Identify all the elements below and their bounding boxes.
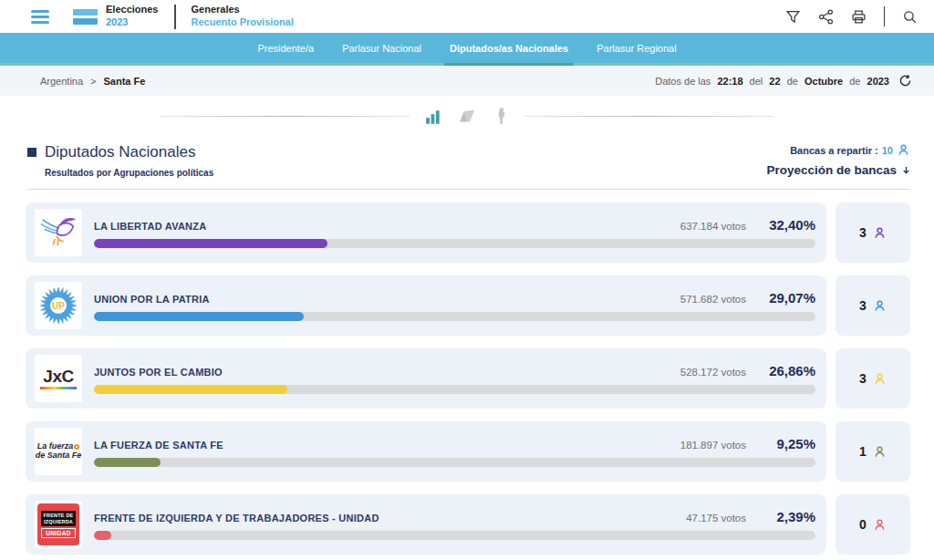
party-name: LA LIBERTAD AVANZA (94, 221, 206, 232)
vote-bar-fill (94, 531, 111, 540)
vote-bar-track (94, 458, 815, 467)
tab-parlasur-regional[interactable]: Parlasur Regional (595, 33, 678, 63)
refresh-icon[interactable] (898, 74, 912, 88)
party-percent: 2,39% (746, 509, 815, 524)
vote-bar-track (94, 531, 815, 540)
seat-count: 3 (859, 225, 867, 240)
party-name: LA FUERZA DE SANTA FE (94, 440, 223, 451)
party-card-la-fuerza-de-santa-fe[interactable]: La fuerza de Santa Fe LA FUERZA DE SANTA… (26, 421, 826, 482)
svg-text:UP: UP (52, 301, 65, 311)
party-percent: 29,07% (746, 290, 815, 306)
header-divider (174, 5, 176, 29)
seat-card: 1 (835, 421, 910, 482)
brand-title: Elecciones 2023 (106, 4, 158, 29)
breadcrumb-country[interactable]: Argentina (40, 76, 83, 87)
party-name: UNION POR LA PATRIA (94, 294, 210, 305)
search-icon[interactable] (902, 9, 918, 25)
party-row: JxC JUNTOS POR EL CAMBIO 528.172 votos 2… (26, 348, 910, 409)
party-percent: 9,25% (746, 436, 815, 451)
party-card-frente-de-izquierda[interactable]: FRENTE DE IZQUIERDA UNIDAD FRENTE DE IZQ… (26, 494, 826, 555)
bancas-label: Bancas a repartir : (790, 145, 878, 156)
view-switcher (0, 96, 934, 136)
person-icon (897, 143, 910, 157)
share-icon[interactable] (818, 9, 834, 25)
seat-card: 0 (835, 494, 910, 555)
breadcrumb: Argentina > Santa Fe (40, 76, 145, 87)
data-timestamp: Datos de las 22:18 del 22 de Octubre de … (655, 74, 912, 88)
seat-count: 3 (859, 298, 867, 313)
switcher-line-left (161, 116, 410, 117)
bar-chart-icon[interactable] (423, 107, 443, 125)
party-name: JUNTOS POR EL CAMBIO (94, 367, 223, 378)
jxc-logo-icon: JxC (40, 368, 77, 389)
party-row: FRENTE DE IZQUIERDA UNIDAD FRENTE DE IZQ… (26, 494, 910, 555)
map-icon[interactable] (457, 107, 477, 125)
party-logo: FRENTE DE IZQUIERDA UNIDAD (35, 501, 82, 548)
orange-dot-icon (74, 444, 79, 450)
header-icons-divider (884, 6, 885, 26)
party-votes: 571.682 votos (680, 294, 746, 305)
tab-parlasur-nacional[interactable]: Parlasur Nacional (340, 33, 423, 63)
la-fuerza-logo-icon: La fuerza de Santa Fe (36, 442, 82, 461)
timestamp-time: 22:18 (717, 76, 742, 87)
party-card-union-por-la-patria[interactable]: UP UNION POR LA PATRIA 571.682 votos 29,… (26, 275, 826, 336)
party-logo (35, 209, 82, 256)
results-list: LA LIBERTAD AVANZA 637.184 votos 32,40% … (0, 190, 934, 555)
person-icon (873, 372, 887, 386)
party-row: LA LIBERTAD AVANZA 637.184 votos 32,40% … (26, 202, 910, 263)
tab-diputados-nacionales[interactable]: Diputados/as Nacionales (448, 33, 570, 63)
vote-bar-track (94, 312, 815, 321)
party-percent: 26,86% (746, 363, 815, 379)
vote-bar-fill (94, 312, 304, 321)
brand-line2: 2023 (106, 16, 158, 29)
app-logo (73, 9, 98, 25)
election-title: Generales Recuento Provisional (191, 4, 293, 29)
party-card-la-libertad-avanza[interactable]: LA LIBERTAD AVANZA 637.184 votos 32,40% (26, 202, 826, 263)
bancas-a-repartir: Bancas a repartir : 10 (766, 143, 910, 157)
print-icon[interactable] (851, 9, 867, 25)
page-title: Diputados Nacionales (27, 143, 213, 161)
vote-bar-fill (94, 385, 287, 394)
person-icon (873, 445, 887, 459)
tab-presidente[interactable]: Presidente/a (255, 33, 316, 63)
app-header: Elecciones 2023 Generales Recuento Provi… (0, 0, 934, 33)
vote-bar-fill (94, 239, 327, 248)
party-row: UP UNION POR LA PATRIA 571.682 votos 29,… (26, 275, 910, 336)
arrow-down-icon (902, 166, 910, 174)
menu-icon[interactable] (31, 10, 49, 24)
party-row: La fuerza de Santa Fe LA FUERZA DE SANTA… (26, 421, 910, 482)
rainbow-stripe (40, 387, 77, 389)
title-square-icon (27, 148, 36, 157)
proyeccion-label: Proyección de bancas (766, 163, 897, 177)
timestamp-day: 22 (769, 76, 780, 87)
vote-bar-track (94, 239, 815, 248)
filter-icon[interactable] (785, 9, 801, 25)
party-votes: 637.184 votos (680, 221, 746, 232)
vote-bar-fill (94, 458, 161, 467)
section-header: Diputados Nacionales Resultados por Agru… (0, 136, 934, 178)
seat-count: 1 (859, 444, 867, 459)
proyeccion-de-bancas-button[interactable]: Proyección de bancas (766, 163, 910, 177)
party-card-juntos-por-el-cambio[interactable]: JxC JUNTOS POR EL CAMBIO 528.172 votos 2… (26, 348, 826, 409)
party-votes: 181.897 votos (680, 440, 746, 451)
party-name: FRENTE DE IZQUIERDA Y DE TRABAJADORES - … (94, 513, 379, 524)
person-icon (873, 226, 887, 240)
person-icon (873, 518, 887, 532)
party-logo: JxC (35, 355, 82, 402)
seat-count: 3 (859, 371, 867, 386)
timestamp-year: 2023 (867, 76, 889, 87)
breadcrumb-bar: Argentina > Santa Fe Datos de las 22:18 … (0, 66, 934, 96)
up-sun-logo-icon: UP (38, 285, 78, 326)
title-line2: Recuento Provisional (191, 16, 293, 29)
party-votes: 47.175 votos (686, 513, 746, 524)
page-subtitle: Resultados por Agrupaciones políticas (45, 168, 213, 178)
eagle-logo-icon (37, 212, 79, 254)
argentina-map-icon[interactable] (491, 107, 511, 125)
bancas-value: 10 (882, 145, 893, 156)
seat-card: 3 (835, 348, 910, 409)
election-category-tabs: Presidente/a Parlasur Nacional Diputados… (0, 33, 934, 66)
seat-card: 3 (835, 275, 910, 336)
person-icon (873, 299, 887, 313)
breadcrumb-province: Santa Fe (104, 76, 146, 87)
vote-bar-track (94, 385, 815, 394)
